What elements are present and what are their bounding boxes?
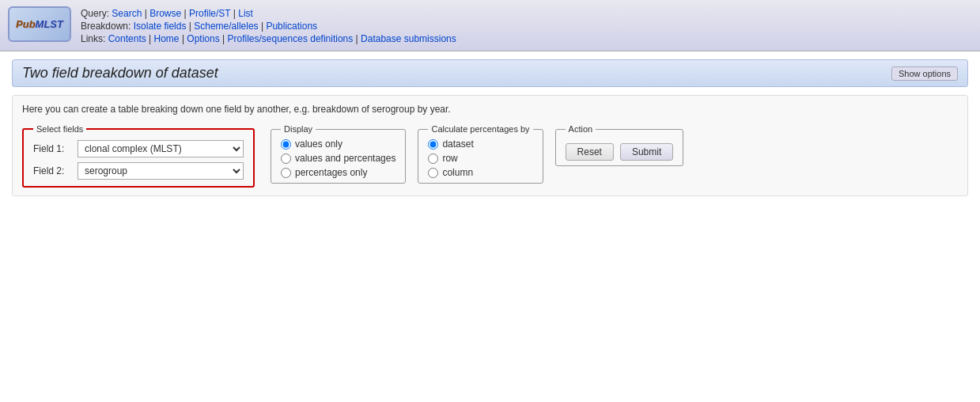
show-options-button[interactable]: Show options	[891, 66, 958, 81]
query-browse-link[interactable]: Browse	[149, 8, 181, 19]
field2-select[interactable]: serogroup clonal complex (MLST)	[78, 162, 244, 180]
query-label: Query:	[81, 8, 109, 19]
action-legend: Action	[566, 124, 596, 134]
field2-label: Field 2:	[33, 165, 73, 176]
submit-button[interactable]: Submit	[620, 143, 673, 161]
link-options[interactable]: Options	[187, 33, 219, 44]
header: PubMLST Query: Search | Browse | Profile…	[0, 0, 980, 51]
links-label: Links:	[81, 33, 105, 44]
breakdown-isolate-link[interactable]: Isolate fields	[134, 21, 187, 32]
query-row: Query: Search | Browse | Profile/ST | Li…	[81, 8, 456, 19]
logo-text: PubMLST	[16, 18, 63, 30]
query-list-link[interactable]: List	[238, 8, 253, 19]
display-values-only-label: values only	[295, 138, 342, 150]
calc-column-radio[interactable]	[428, 168, 438, 178]
display-percentages-only-row: percentages only	[281, 167, 395, 178]
page-title-bar: Two field breakdown of dataset Show opti…	[12, 59, 968, 87]
action-buttons: Reset Submit	[566, 143, 674, 161]
reset-button[interactable]: Reset	[566, 143, 614, 161]
calc-dataset-row: dataset	[428, 138, 532, 150]
calc-row-radio[interactable]	[428, 154, 438, 164]
link-profiles[interactable]: Profiles/sequences definitions	[228, 33, 354, 44]
breakdown-scheme-link[interactable]: Scheme/alleles	[194, 21, 258, 32]
select-fields-fieldset: Select fields Field 1: clonal complex (M…	[22, 124, 255, 188]
display-legend: Display	[281, 124, 316, 134]
display-percentages-only-label: percentages only	[295, 167, 367, 178]
select-fields-legend: Select fields	[33, 124, 86, 134]
query-search-link[interactable]: Search	[112, 8, 142, 19]
calc-dataset-label: dataset	[442, 138, 473, 150]
query-profilest-link[interactable]: Profile/ST	[189, 8, 230, 19]
display-values-percentages-row: values and percentages	[281, 153, 395, 164]
calc-row-row: row	[428, 153, 532, 164]
calc-column-row: column	[428, 167, 532, 178]
main-content: Two field breakdown of dataset Show opti…	[0, 51, 980, 204]
display-values-percentages-label: values and percentages	[295, 153, 395, 164]
breakdown-row: Breakdown: Isolate fields | Scheme/allel…	[81, 21, 456, 32]
field2-row: Field 2: serogroup clonal complex (MLST)	[33, 162, 244, 180]
calc-fieldset: Calculate percentages by dataset row col…	[418, 124, 543, 184]
logo: PubMLST	[8, 6, 71, 42]
breakdown-label: Breakdown:	[81, 21, 131, 32]
links-row: Links: Contents | Home | Options | Profi…	[81, 33, 456, 44]
link-home[interactable]: Home	[154, 33, 180, 44]
calc-legend: Calculate percentages by	[428, 124, 532, 134]
breakdown-publications-link[interactable]: Publications	[266, 21, 317, 32]
form-area: Select fields Field 1: clonal complex (M…	[22, 124, 958, 188]
info-text: Here you can create a table breaking dow…	[22, 104, 958, 115]
field1-row: Field 1: clonal complex (MLST) serogroup	[33, 140, 244, 157]
link-contents[interactable]: Contents	[108, 33, 146, 44]
info-box: Here you can create a table breaking dow…	[12, 95, 968, 196]
page-title: Two field breakdown of dataset	[22, 65, 218, 82]
header-info: Query: Search | Browse | Profile/ST | Li…	[81, 6, 456, 44]
calc-column-label: column	[442, 167, 473, 178]
display-values-percentages-radio[interactable]	[281, 154, 291, 164]
calc-row-label: row	[442, 153, 457, 164]
display-percentages-only-radio[interactable]	[281, 168, 291, 178]
action-fieldset: Action Reset Submit	[555, 124, 684, 166]
display-values-only-row: values only	[281, 138, 395, 150]
display-fieldset: Display values only values and percentag…	[271, 124, 406, 184]
field1-label: Field 1:	[33, 143, 73, 154]
link-submissions[interactable]: Database submissions	[361, 33, 456, 44]
display-values-only-radio[interactable]	[281, 139, 291, 150]
field1-select[interactable]: clonal complex (MLST) serogroup	[78, 140, 244, 157]
calc-dataset-radio[interactable]	[428, 139, 438, 150]
